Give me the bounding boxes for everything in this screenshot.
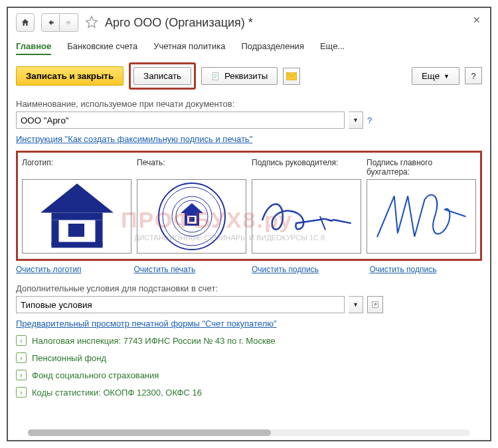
additional-input[interactable] <box>16 296 345 313</box>
naming-help[interactable]: ? <box>367 115 372 125</box>
svg-marker-12 <box>181 203 203 213</box>
svg-rect-17 <box>189 217 195 222</box>
naming-label: Наименование, используемое при печати до… <box>16 99 482 109</box>
accountant-signature <box>367 183 475 250</box>
exp-pension-text: Пенсионный фонд <box>32 353 106 363</box>
clear-stamp-link[interactable]: Очистить печать <box>134 265 247 274</box>
clear-accountant-sig-link[interactable]: Очистить подпись <box>370 265 483 274</box>
naming-input[interactable] <box>16 112 345 129</box>
expand-icon: › <box>16 335 27 346</box>
details-label: Реквизиты <box>224 71 268 81</box>
mail-button[interactable] <box>283 68 300 85</box>
logo-box[interactable] <box>22 179 131 254</box>
naming-row: ▼ ? <box>16 112 482 129</box>
preview-link[interactable]: Предварительный просмотр печатной формы … <box>16 319 482 329</box>
exp-pension[interactable]: › Пенсионный фонд <box>16 352 482 363</box>
expand-icon: › <box>16 370 27 380</box>
svg-rect-15 <box>197 216 199 225</box>
logo-image <box>33 180 121 253</box>
tab-divisions[interactable]: Подразделения <box>241 38 304 55</box>
svg-point-9 <box>163 187 221 246</box>
exp-stat[interactable]: › Коды статистики: ОКОПФ 12300, ОКФС 16 <box>16 387 482 398</box>
exp-tax-text: Налоговая инспекция: 7743 ИФНС России № … <box>32 336 276 346</box>
horizontal-scrollbar[interactable] <box>28 429 470 436</box>
home-icon <box>21 18 30 27</box>
svg-rect-16 <box>185 224 199 226</box>
toolbar: Записать и закрыть Записать Реквизиты Ещ… <box>16 62 482 90</box>
svg-point-8 <box>159 183 225 250</box>
svg-point-10 <box>172 196 212 236</box>
header: Арго ООО (Организация) * ✕ <box>16 13 482 32</box>
star-icon <box>85 15 98 29</box>
back-button[interactable] <box>41 13 60 32</box>
chevron-down-icon: ▼ <box>444 73 450 80</box>
content-area: Арго ООО (Организация) * ✕ Главное Банко… <box>8 8 490 440</box>
scrollbar-thumb[interactable] <box>28 429 271 436</box>
naming-dropdown[interactable]: ▼ <box>349 112 363 129</box>
additional-dropdown[interactable]: ▼ <box>349 296 363 313</box>
instruction-link[interactable]: Инструкция "Как создать факсимильную под… <box>16 134 482 144</box>
home-button[interactable] <box>16 13 35 32</box>
expand-icon: › <box>16 387 27 398</box>
stamp-box[interactable] <box>137 179 246 254</box>
expand-icon: › <box>16 352 27 363</box>
director-sig-box[interactable] <box>252 179 361 254</box>
stamp-column: Печать: <box>137 158 246 254</box>
clear-logo-link[interactable]: Очистить логотип <box>16 265 129 274</box>
logo-column: Логотип: <box>22 158 131 254</box>
logo-label: Логотип: <box>22 158 131 179</box>
open-icon <box>371 301 379 309</box>
exp-social-text: Фонд социального страхования <box>32 370 159 380</box>
accountant-sig-label: Подпись главного бухгалтера: <box>367 158 476 179</box>
close-button[interactable]: ✕ <box>473 15 481 25</box>
details-button[interactable]: Реквизиты <box>201 67 278 85</box>
svg-rect-4 <box>51 220 58 246</box>
exp-social[interactable]: › Фонд социального страхования <box>16 370 482 380</box>
save-button[interactable]: Записать <box>133 67 191 85</box>
more-button[interactable]: Еще ▼ <box>412 67 459 85</box>
director-signature <box>252 183 361 250</box>
svg-rect-13 <box>185 213 199 216</box>
tab-policy[interactable]: Учетная политика <box>153 38 225 55</box>
director-sig-label: Подпись руководителя: <box>252 158 361 179</box>
help-button[interactable]: ? <box>465 67 482 84</box>
window: Арго ООО (Организация) * ✕ Главное Банко… <box>7 7 491 441</box>
favorite-button[interactable] <box>85 15 98 31</box>
highlight-save: Записать <box>129 62 196 90</box>
tabs: Главное Банковские счета Учетная политик… <box>16 38 482 56</box>
tab-more[interactable]: Еще... <box>320 38 345 55</box>
stamp-image <box>155 180 228 253</box>
accountant-sig-column: Подпись главного бухгалтера: <box>367 158 476 254</box>
stamp-label: Печать: <box>137 158 246 179</box>
signatures-frame: Логотип: Печать: <box>16 151 482 261</box>
svg-rect-14 <box>185 216 187 225</box>
clear-links: Очистить логотип Очистить печать Очистит… <box>16 265 482 274</box>
forward-button[interactable] <box>60 13 78 32</box>
page-title: Арго ООО (Организация) * <box>105 16 253 30</box>
director-sig-column: Подпись руководителя: <box>252 158 361 254</box>
additional-open-button[interactable] <box>367 296 383 313</box>
tab-main[interactable]: Главное <box>16 38 51 55</box>
arrow-right-icon <box>65 19 73 27</box>
additional-row: ▼ <box>16 296 482 313</box>
mail-icon <box>286 72 297 80</box>
nav-group <box>41 13 78 32</box>
save-and-close-button[interactable]: Записать и закрыть <box>16 66 124 86</box>
accountant-sig-box[interactable] <box>367 179 476 254</box>
svg-marker-2 <box>41 184 114 213</box>
svg-rect-7 <box>68 224 84 237</box>
clear-director-sig-link[interactable]: Очистить подпись <box>252 265 365 274</box>
svg-rect-3 <box>51 213 102 220</box>
svg-rect-5 <box>95 220 102 246</box>
exp-stat-text: Коды статистики: ОКОПФ 12300, ОКФС 16 <box>32 388 202 398</box>
exp-tax[interactable]: › Налоговая инспекция: 7743 ИФНС России … <box>16 335 482 346</box>
document-icon <box>211 72 220 81</box>
additional-label: Дополнительные условия для подстановки в… <box>16 283 482 293</box>
more-label: Еще <box>422 71 440 81</box>
tab-bank[interactable]: Банковские счета <box>67 38 137 55</box>
arrow-left-icon <box>46 19 54 27</box>
svg-rect-6 <box>51 242 102 248</box>
